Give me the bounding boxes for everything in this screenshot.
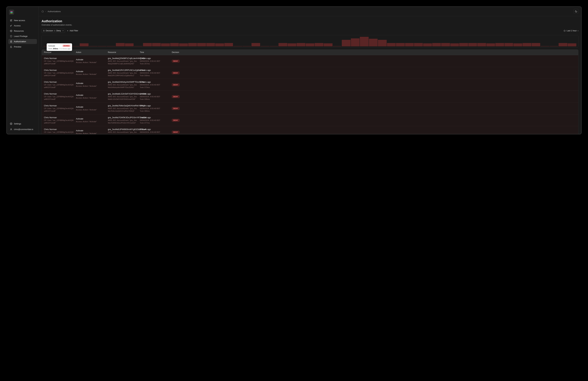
histogram-bar[interactable] [504, 43, 513, 46]
histogram-bar[interactable] [405, 43, 414, 46]
histogram-bar[interactable] [369, 39, 378, 46]
plus-icon: ＋ [67, 29, 69, 32]
col-principal[interactable]: Principal [44, 51, 76, 53]
time-relative: 2 hours ago [140, 57, 172, 60]
histogram-bar[interactable] [252, 43, 260, 46]
time-relative: 2 hours ago [140, 81, 172, 83]
histogram-bar[interactable] [152, 43, 161, 46]
histogram-bar[interactable] [161, 43, 170, 46]
histogram-bar[interactable] [188, 43, 197, 46]
time-absolute: 08/04/2024, 9:55:40 BST [140, 84, 172, 86]
chip-remove-icon[interactable]: × [62, 30, 63, 32]
histogram-bar[interactable] [378, 40, 387, 46]
sidebar-item-access[interactable]: Access [8, 23, 37, 28]
histogram-bar[interactable] [468, 43, 477, 46]
histogram-bar[interactable] [450, 43, 459, 46]
histogram-bar[interactable] [278, 43, 287, 46]
histogram-bar[interactable] [396, 43, 405, 46]
add-filter-button[interactable]: ＋ Add Filter [67, 29, 78, 32]
histogram-bar[interactable] [342, 40, 351, 46]
histogram-bar[interactable] [80, 43, 88, 46]
svg-point-0 [10, 26, 11, 26]
home-icon[interactable] [42, 10, 44, 13]
histogram-bar[interactable] [324, 43, 333, 46]
histogram-bar[interactable] [306, 43, 315, 46]
histogram-bar[interactable] [197, 43, 206, 46]
col-action[interactable]: Action [76, 51, 108, 53]
histogram-bar[interactable] [568, 43, 576, 46]
table-row[interactable]: Chris Norman CF::User::"usr_2ZFBBf4gOevA… [42, 126, 578, 134]
sidebar-item-authorization[interactable]: Authorization [8, 39, 37, 44]
time-range-select[interactable]: Last 1 hour ▾ [564, 30, 578, 32]
theme-toggle[interactable] [574, 9, 578, 14]
resource-id: AWS::IDC::AccountGrant::"gra_2eoMa5JPW88… [108, 131, 140, 134]
histogram-bar[interactable] [296, 43, 305, 46]
sidebar-item-new-access[interactable]: New access [8, 18, 37, 23]
histogram-bar[interactable] [423, 43, 432, 46]
table-row[interactable]: Chris Norman CF::User::"usr_2ZFBBf4gOevA… [42, 103, 578, 114]
col-decision[interactable]: Decision [172, 51, 576, 53]
histogram-bar[interactable] [71, 46, 80, 46]
histogram-bar[interactable] [89, 46, 98, 46]
table-row[interactable]: Chris Norman CF::User::"usr_2ZFBBf4gOevA… [42, 55, 578, 67]
table-row[interactable]: Chris Norman CF::User::"usr_2ZFBBf4gOevA… [42, 67, 578, 79]
histogram-bar[interactable] [432, 43, 441, 46]
histogram-bar[interactable] [233, 46, 242, 46]
time-duration: Took 335ms [140, 98, 172, 101]
table-row[interactable]: Chris Norman CF::User::"usr_2ZFBBf4gOevA… [42, 114, 578, 126]
histogram-bar[interactable] [270, 46, 278, 46]
principal-id: CF::User::"usr_2ZFBBf4gOevAXQi9aAfK2tYUe… [44, 84, 76, 89]
histogram-bar[interactable] [107, 46, 116, 46]
histogram-bar[interactable] [179, 43, 188, 46]
histogram-bar[interactable] [495, 43, 504, 46]
histogram-bar[interactable] [477, 43, 486, 46]
histogram-bar[interactable] [523, 43, 531, 46]
page-title: Authorization [42, 19, 578, 23]
sidebar-user[interactable]: chris@commonfate.io [8, 127, 37, 132]
histogram-bar[interactable] [116, 43, 125, 46]
svg-point-3 [11, 123, 12, 124]
events-histogram[interactable] [42, 35, 578, 47]
histogram-bar[interactable] [170, 43, 179, 46]
histogram-bar[interactable] [215, 43, 224, 46]
histogram-bar[interactable] [242, 46, 251, 46]
histogram-bar[interactable] [98, 46, 106, 46]
action-id: Access::Action::"Activate" [76, 85, 108, 88]
histogram-bar[interactable] [360, 37, 369, 46]
histogram-bar[interactable] [224, 43, 233, 46]
sidebar-item-label: Access [14, 24, 21, 27]
histogram-bar[interactable] [125, 43, 134, 46]
sidebar-item-preview[interactable]: Preview [8, 44, 37, 49]
table-row[interactable]: Chris Norman CF::User::"usr_2ZFBBf4gOevA… [42, 91, 578, 103]
breadcrumb-page[interactable]: Authorizations [48, 10, 61, 13]
histogram-bar[interactable] [513, 43, 522, 46]
sidebar-item-settings[interactable]: Settings [8, 121, 37, 126]
key-icon [10, 24, 12, 27]
breadcrumb: › Authorizations [42, 10, 61, 13]
app-logo[interactable] [9, 10, 14, 15]
histogram-bar[interactable] [441, 43, 450, 46]
histogram-bar[interactable] [143, 43, 152, 46]
col-time[interactable]: Time [140, 51, 172, 53]
histogram-bar[interactable] [351, 38, 360, 46]
col-resource[interactable]: Resource [108, 51, 140, 53]
histogram-bar[interactable] [260, 46, 269, 46]
histogram-bar[interactable] [486, 43, 495, 46]
histogram-bar[interactable] [541, 46, 549, 46]
histogram-bar[interactable] [288, 43, 296, 46]
histogram-bar[interactable] [559, 43, 567, 46]
sidebar-item-resources[interactable]: Resources [8, 28, 37, 33]
histogram-bar[interactable] [206, 43, 215, 46]
histogram-bar[interactable] [459, 43, 468, 46]
sidebar-item-least-privilege[interactable]: Least Privilege [8, 34, 37, 39]
histogram-bar[interactable] [333, 46, 342, 46]
histogram-bar[interactable] [550, 46, 558, 46]
filter-chip-decision[interactable]: Decision is Deny × [42, 29, 65, 33]
histogram-bar[interactable] [134, 46, 143, 46]
table-row[interactable]: Chris Norman CF::User::"usr_2ZFBBf4gOevA… [42, 79, 578, 91]
histogram-bar[interactable] [315, 43, 323, 46]
resource-id: AWS::IDC::AccountGrant::"gra_2eoMaGhtNzk… [108, 84, 140, 89]
histogram-bar[interactable] [532, 43, 540, 46]
histogram-bar[interactable] [414, 43, 423, 46]
histogram-bar[interactable] [387, 43, 396, 46]
